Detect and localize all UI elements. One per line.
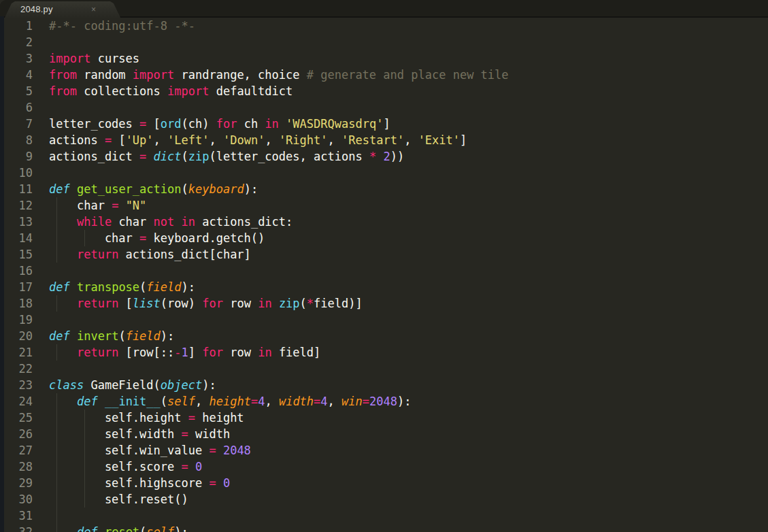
code-line[interactable]: 31: [0, 508, 768, 524]
line-number[interactable]: 13: [4, 214, 33, 230]
line-number[interactable]: 32: [4, 524, 33, 532]
line-number[interactable]: 30: [4, 491, 33, 508]
line-number[interactable]: 1: [4, 18, 33, 34]
code-line[interactable]: 20def invert(field):: [0, 328, 768, 344]
code-text[interactable]: letter_codes = [ord(ch) for ch in 'WASDR…: [33, 116, 768, 132]
code-line[interactable]: 2: [0, 34, 768, 50]
code-line[interactable]: 11def get_user_action(keyboard):: [0, 181, 768, 197]
code-line[interactable]: 7letter_codes = [ord(ch) for ch in 'WASD…: [0, 116, 768, 132]
line-number[interactable]: 10: [4, 165, 33, 181]
code-line[interactable]: 14 char = keyboard.getch(): [0, 230, 768, 246]
code-text[interactable]: self.win_value = 2048: [33, 442, 768, 459]
line-number[interactable]: 15: [4, 246, 33, 263]
code-line[interactable]: 18 return [list(row) for row in zip(*fie…: [0, 295, 768, 312]
line-number[interactable]: 17: [4, 279, 33, 295]
code-text[interactable]: def invert(field):: [33, 328, 768, 344]
line-number[interactable]: 16: [4, 263, 33, 279]
line-number[interactable]: 21: [4, 344, 33, 361]
code-line[interactable]: 32 def reset(self):: [0, 524, 768, 532]
close-icon[interactable]: ×: [91, 5, 96, 14]
line-number[interactable]: 2: [4, 34, 33, 50]
line-number[interactable]: 25: [4, 410, 33, 426]
code-line[interactable]: 15 return actions_dict[char]: [0, 246, 768, 263]
line-number[interactable]: 9: [4, 148, 33, 165]
code-text[interactable]: [33, 508, 768, 524]
code-line[interactable]: 3import curses: [0, 50, 768, 67]
line-number[interactable]: 6: [4, 99, 33, 116]
code-text[interactable]: self.highscore = 0: [33, 475, 768, 491]
code-text[interactable]: def __init__(self, height=4, width=4, wi…: [33, 393, 768, 410]
code-line[interactable]: 24 def __init__(self, height=4, width=4,…: [0, 393, 768, 410]
code-line[interactable]: 10: [0, 165, 768, 181]
code-line[interactable]: 17def transpose(field):: [0, 279, 768, 295]
code-text[interactable]: #-*- coding:utf-8 -*-: [33, 18, 768, 34]
code-text[interactable]: self.reset(): [33, 491, 768, 508]
code-text[interactable]: self.width = width: [33, 426, 768, 442]
code-line[interactable]: 12 char = "N": [0, 197, 768, 214]
code-line[interactable]: 26 self.width = width: [0, 426, 768, 442]
line-number[interactable]: 7: [4, 116, 33, 132]
code-line[interactable]: 23class GameField(object):: [0, 377, 768, 393]
tab-2048py[interactable]: 2048.py ×: [4, 1, 121, 19]
code-line[interactable]: 28 self.score = 0: [0, 459, 768, 475]
code-line[interactable]: 30 self.reset(): [0, 491, 768, 508]
code-line[interactable]: 8actions = ['Up', 'Left', 'Down', 'Right…: [0, 132, 768, 148]
line-number[interactable]: 23: [4, 377, 33, 393]
code-line[interactable]: 1#-*- coding:utf-8 -*-: [0, 18, 768, 34]
code-text[interactable]: return [row[::-1] for row in field]: [33, 344, 768, 361]
code-line[interactable]: 22: [0, 361, 768, 377]
line-number[interactable]: 22: [4, 361, 33, 377]
code-text[interactable]: self.score = 0: [33, 459, 768, 475]
code-text[interactable]: while char not in actions_dict:: [33, 214, 768, 230]
code-text[interactable]: [33, 34, 768, 50]
line-number[interactable]: 29: [4, 475, 33, 491]
code-line[interactable]: 13 while char not in actions_dict:: [0, 214, 768, 230]
line-number[interactable]: 3: [4, 50, 33, 67]
line-number[interactable]: 24: [4, 393, 33, 410]
code-line[interactable]: 27 self.win_value = 2048: [0, 442, 768, 459]
line-number[interactable]: 5: [4, 83, 33, 99]
code-line[interactable]: 25 self.height = height: [0, 410, 768, 426]
code-text[interactable]: [33, 361, 768, 377]
line-number[interactable]: 27: [4, 442, 33, 459]
line-number[interactable]: 4: [4, 67, 33, 83]
code-line[interactable]: 5from collections import defaultdict: [0, 83, 768, 99]
line-number[interactable]: 11: [4, 181, 33, 197]
code-text[interactable]: actions = ['Up', 'Left', 'Down', 'Right'…: [33, 132, 768, 148]
line-number[interactable]: 28: [4, 459, 33, 475]
code-line[interactable]: 9actions_dict = dict(zip(letter_codes, a…: [0, 148, 768, 165]
code-text[interactable]: self.height = height: [33, 410, 768, 426]
code-text[interactable]: return actions_dict[char]: [33, 246, 768, 263]
code-line[interactable]: 16: [0, 263, 768, 279]
line-number[interactable]: 19: [4, 312, 33, 328]
code-text[interactable]: [33, 312, 768, 328]
code-text[interactable]: def get_user_action(keyboard):: [33, 181, 768, 197]
line-number[interactable]: 31: [4, 508, 33, 524]
line-number[interactable]: 18: [4, 295, 33, 312]
token: (ch): [182, 117, 216, 131]
line-number[interactable]: 20: [4, 328, 33, 344]
code-text[interactable]: def transpose(field):: [33, 279, 768, 295]
code-line[interactable]: 29 self.highscore = 0: [0, 475, 768, 491]
code-line[interactable]: 4from random import randrange, choice # …: [0, 67, 768, 83]
code-text[interactable]: from random import randrange, choice # g…: [33, 67, 768, 83]
code-text[interactable]: [33, 165, 768, 181]
code-text[interactable]: def reset(self):: [33, 524, 768, 532]
code-text[interactable]: return [list(row) for row in zip(*field)…: [33, 295, 768, 312]
line-number[interactable]: 8: [4, 132, 33, 148]
code-line[interactable]: 21 return [row[::-1] for row in field]: [0, 344, 768, 361]
code-text[interactable]: import curses: [33, 50, 768, 67]
code-editor[interactable]: 1#-*- coding:utf-8 -*-23import curses4fr…: [0, 18, 768, 532]
code-text[interactable]: [33, 263, 768, 279]
code-text[interactable]: [33, 99, 768, 116]
code-text[interactable]: actions_dict = dict(zip(letter_codes, ac…: [33, 148, 768, 165]
code-text[interactable]: char = keyboard.getch(): [33, 230, 768, 246]
line-number[interactable]: 26: [4, 426, 33, 442]
code-text[interactable]: char = "N": [33, 197, 768, 214]
code-line[interactable]: 19: [0, 312, 768, 328]
code-text[interactable]: class GameField(object):: [33, 377, 768, 393]
code-line[interactable]: 6: [0, 99, 768, 116]
line-number[interactable]: 12: [4, 197, 33, 214]
line-number[interactable]: 14: [4, 230, 33, 246]
code-text[interactable]: from collections import defaultdict: [33, 83, 768, 99]
